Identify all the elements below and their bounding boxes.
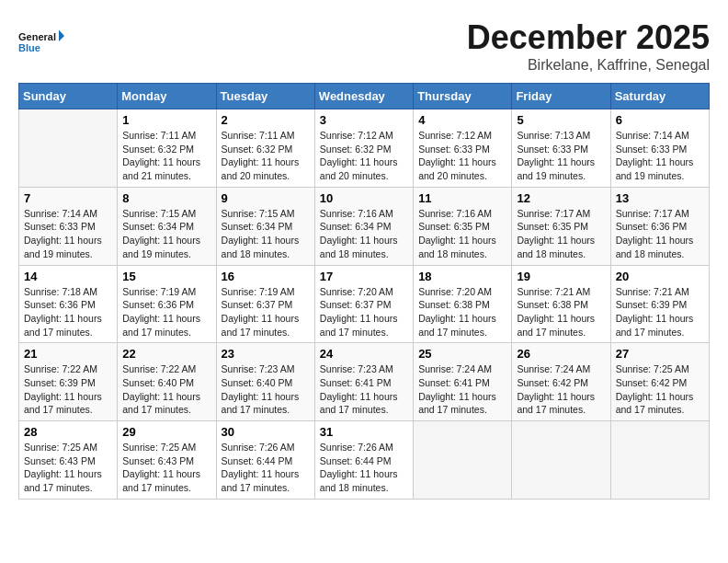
day-number: 18: [418, 270, 506, 283]
page-header: General Blue December 2025 Birkelane, Ka…: [18, 18, 710, 74]
calendar-cell: 20Sunrise: 7:21 AM Sunset: 6:39 PM Dayli…: [610, 265, 709, 343]
col-header-monday: Monday: [118, 84, 216, 109]
day-info: Sunrise: 7:11 AM Sunset: 6:32 PM Dayligh…: [122, 129, 210, 183]
calendar-cell: 14Sunrise: 7:18 AM Sunset: 6:36 PM Dayli…: [19, 265, 118, 343]
day-info: Sunrise: 7:20 AM Sunset: 6:37 PM Dayligh…: [320, 285, 408, 339]
day-number: 10: [320, 191, 408, 205]
calendar-cell: 7Sunrise: 7:14 AM Sunset: 6:33 PM Daylig…: [19, 187, 118, 265]
day-number: 24: [320, 347, 408, 361]
calendar-cell: [414, 421, 512, 500]
day-info: Sunrise: 7:15 AM Sunset: 6:34 PM Dayligh…: [122, 207, 210, 261]
calendar-cell: 26Sunrise: 7:24 AM Sunset: 6:42 PM Dayli…: [512, 343, 610, 421]
day-number: 14: [24, 270, 112, 283]
day-number: 2: [222, 113, 310, 127]
day-number: 15: [122, 270, 210, 283]
calendar-cell: 23Sunrise: 7:23 AM Sunset: 6:40 PM Dayli…: [216, 343, 314, 421]
calendar-header-row: SundayMondayTuesdayWednesdayThursdayFrid…: [19, 84, 710, 109]
calendar-cell: 17Sunrise: 7:20 AM Sunset: 6:37 PM Dayli…: [314, 265, 413, 343]
day-info: Sunrise: 7:18 AM Sunset: 6:36 PM Dayligh…: [24, 285, 112, 339]
day-info: Sunrise: 7:22 AM Sunset: 6:40 PM Dayligh…: [122, 362, 210, 417]
day-info: Sunrise: 7:13 AM Sunset: 6:33 PM Dayligh…: [517, 129, 605, 183]
day-number: 9: [222, 191, 310, 205]
day-info: Sunrise: 7:21 AM Sunset: 6:38 PM Dayligh…: [517, 285, 605, 339]
day-number: 19: [517, 270, 605, 283]
calendar-cell: 22Sunrise: 7:22 AM Sunset: 6:40 PM Dayli…: [118, 343, 216, 421]
col-header-sunday: Sunday: [19, 84, 118, 109]
calendar-cell: 9Sunrise: 7:15 AM Sunset: 6:34 PM Daylig…: [216, 187, 314, 265]
calendar-cell: 21Sunrise: 7:22 AM Sunset: 6:39 PM Dayli…: [19, 343, 118, 421]
svg-text:General: General: [18, 31, 56, 42]
day-number: 25: [418, 347, 506, 361]
calendar-table: SundayMondayTuesdayWednesdayThursdayFrid…: [18, 83, 710, 500]
calendar-cell: 13Sunrise: 7:17 AM Sunset: 6:36 PM Dayli…: [610, 187, 709, 265]
month-title: December 2025: [467, 18, 710, 57]
day-info: Sunrise: 7:21 AM Sunset: 6:39 PM Dayligh…: [616, 285, 704, 339]
day-info: Sunrise: 7:22 AM Sunset: 6:39 PM Dayligh…: [24, 362, 112, 417]
day-info: Sunrise: 7:24 AM Sunset: 6:41 PM Dayligh…: [418, 362, 506, 417]
calendar-cell: 29Sunrise: 7:25 AM Sunset: 6:43 PM Dayli…: [118, 421, 216, 500]
day-number: 17: [320, 270, 408, 283]
day-number: 7: [24, 191, 112, 205]
day-number: 1: [122, 113, 210, 127]
day-number: 27: [616, 347, 704, 361]
day-number: 11: [418, 191, 506, 205]
day-info: Sunrise: 7:16 AM Sunset: 6:35 PM Dayligh…: [418, 207, 506, 261]
day-info: Sunrise: 7:15 AM Sunset: 6:34 PM Dayligh…: [222, 207, 310, 261]
day-number: 16: [222, 270, 310, 283]
day-info: Sunrise: 7:26 AM Sunset: 6:44 PM Dayligh…: [222, 441, 310, 495]
day-number: 23: [222, 347, 310, 361]
location: Birkelane, Kaffrine, Senegal: [467, 57, 710, 74]
day-info: Sunrise: 7:14 AM Sunset: 6:33 PM Dayligh…: [616, 129, 704, 183]
week-row-2: 7Sunrise: 7:14 AM Sunset: 6:33 PM Daylig…: [19, 187, 710, 265]
day-info: Sunrise: 7:26 AM Sunset: 6:44 PM Dayligh…: [320, 441, 408, 495]
calendar-cell: 24Sunrise: 7:23 AM Sunset: 6:41 PM Dayli…: [314, 343, 413, 421]
col-header-tuesday: Tuesday: [216, 84, 314, 109]
calendar-cell: 25Sunrise: 7:24 AM Sunset: 6:41 PM Dayli…: [414, 343, 512, 421]
calendar-cell: [512, 421, 610, 500]
day-number: 30: [222, 425, 310, 439]
week-row-5: 28Sunrise: 7:25 AM Sunset: 6:43 PM Dayli…: [19, 421, 710, 500]
calendar-cell: [610, 421, 709, 500]
day-info: Sunrise: 7:17 AM Sunset: 6:36 PM Dayligh…: [616, 207, 704, 261]
week-row-4: 21Sunrise: 7:22 AM Sunset: 6:39 PM Dayli…: [19, 343, 710, 421]
day-number: 20: [616, 270, 704, 283]
logo: General Blue: [18, 18, 64, 64]
calendar-cell: 15Sunrise: 7:19 AM Sunset: 6:36 PM Dayli…: [118, 265, 216, 343]
day-number: 12: [517, 191, 605, 205]
calendar-cell: 3Sunrise: 7:12 AM Sunset: 6:32 PM Daylig…: [314, 109, 413, 188]
calendar-cell: 4Sunrise: 7:12 AM Sunset: 6:33 PM Daylig…: [414, 109, 512, 188]
col-header-friday: Friday: [512, 84, 610, 109]
day-info: Sunrise: 7:25 AM Sunset: 6:43 PM Dayligh…: [122, 441, 210, 495]
day-info: Sunrise: 7:25 AM Sunset: 6:43 PM Dayligh…: [24, 441, 112, 495]
day-number: 29: [122, 425, 210, 439]
calendar-cell: 19Sunrise: 7:21 AM Sunset: 6:38 PM Dayli…: [512, 265, 610, 343]
week-row-3: 14Sunrise: 7:18 AM Sunset: 6:36 PM Dayli…: [19, 265, 710, 343]
day-info: Sunrise: 7:17 AM Sunset: 6:35 PM Dayligh…: [517, 207, 605, 261]
day-info: Sunrise: 7:12 AM Sunset: 6:33 PM Dayligh…: [418, 129, 506, 183]
day-info: Sunrise: 7:14 AM Sunset: 6:33 PM Dayligh…: [24, 207, 112, 261]
calendar-cell: 27Sunrise: 7:25 AM Sunset: 6:42 PM Dayli…: [610, 343, 709, 421]
day-number: 22: [122, 347, 210, 361]
day-number: 13: [616, 191, 704, 205]
day-info: Sunrise: 7:25 AM Sunset: 6:42 PM Dayligh…: [616, 362, 704, 417]
day-info: Sunrise: 7:20 AM Sunset: 6:38 PM Dayligh…: [418, 285, 506, 339]
calendar-cell: 11Sunrise: 7:16 AM Sunset: 6:35 PM Dayli…: [414, 187, 512, 265]
day-number: 6: [616, 113, 704, 127]
day-number: 3: [320, 113, 408, 127]
day-number: 8: [122, 191, 210, 205]
calendar-cell: 6Sunrise: 7:14 AM Sunset: 6:33 PM Daylig…: [610, 109, 709, 188]
calendar-cell: 2Sunrise: 7:11 AM Sunset: 6:32 PM Daylig…: [216, 109, 314, 188]
calendar-cell: 16Sunrise: 7:19 AM Sunset: 6:37 PM Dayli…: [216, 265, 314, 343]
day-info: Sunrise: 7:19 AM Sunset: 6:37 PM Dayligh…: [222, 285, 310, 339]
svg-text:Blue: Blue: [18, 42, 40, 53]
day-info: Sunrise: 7:16 AM Sunset: 6:34 PM Dayligh…: [320, 207, 408, 261]
day-info: Sunrise: 7:19 AM Sunset: 6:36 PM Dayligh…: [122, 285, 210, 339]
day-info: Sunrise: 7:24 AM Sunset: 6:42 PM Dayligh…: [517, 362, 605, 417]
calendar-cell: 28Sunrise: 7:25 AM Sunset: 6:43 PM Dayli…: [19, 421, 118, 500]
day-info: Sunrise: 7:11 AM Sunset: 6:32 PM Dayligh…: [222, 129, 310, 183]
day-info: Sunrise: 7:12 AM Sunset: 6:32 PM Dayligh…: [320, 129, 408, 183]
day-info: Sunrise: 7:23 AM Sunset: 6:40 PM Dayligh…: [222, 362, 310, 417]
day-info: Sunrise: 7:23 AM Sunset: 6:41 PM Dayligh…: [320, 362, 408, 417]
svg-marker-2: [59, 30, 64, 42]
calendar-cell: 1Sunrise: 7:11 AM Sunset: 6:32 PM Daylig…: [118, 109, 216, 188]
